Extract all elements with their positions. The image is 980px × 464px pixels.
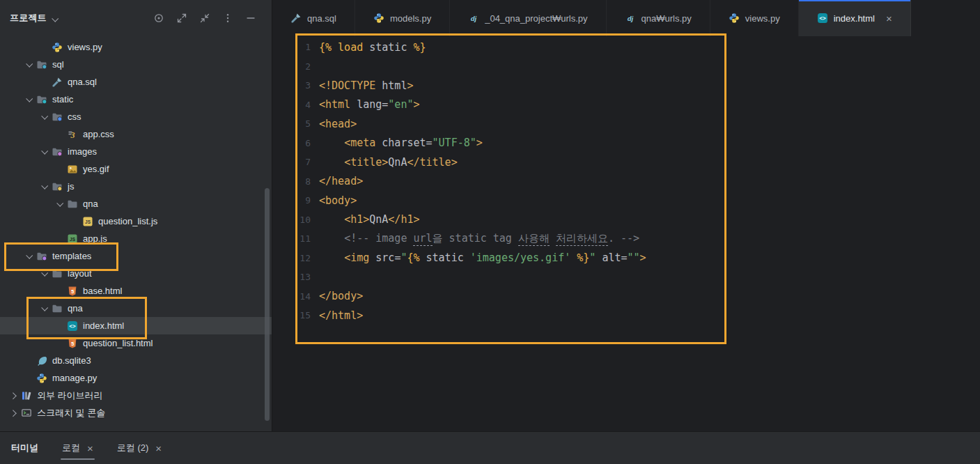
folder-js-icon — [52, 181, 67, 192]
tree-item-label: base.html — [83, 286, 122, 296]
terminal-tab-로컬[interactable]: 로컬× — [62, 432, 93, 464]
tree-item-app.js[interactable]: JSapp.js — [0, 230, 272, 247]
line-number: 14 — [272, 291, 311, 302]
code-line: 15</html> — [272, 306, 980, 325]
line-number: 4 — [272, 100, 311, 110]
js-icon: JS — [82, 216, 98, 227]
editor-tab-_04_qna_project₩urls.py[interactable]: dj_04_qna_project₩urls.py — [450, 0, 606, 36]
tree-item-static[interactable]: static — [0, 91, 272, 108]
chevron-down-icon[interactable] — [21, 62, 36, 67]
tree-item-qna.sql[interactable]: qna.sql — [0, 73, 272, 91]
tab-label: views.py — [745, 13, 780, 24]
tree-item-css[interactable]: css — [0, 108, 272, 125]
expand-all-icon[interactable] — [176, 13, 187, 24]
code-text: <head> — [311, 118, 357, 130]
svg-text:5: 5 — [71, 340, 74, 346]
close-icon[interactable]: × — [155, 443, 162, 454]
hide-panel-icon[interactable] — [245, 13, 256, 24]
editor-tab-qna.sql[interactable]: qna.sql — [272, 0, 355, 36]
folder-icon — [52, 303, 67, 314]
chevron-right-icon[interactable] — [6, 410, 21, 415]
code-text: {% load static %} — [311, 41, 426, 54]
editor-tab-index.html[interactable]: <>index.html× — [799, 0, 911, 36]
line-number: 12 — [272, 253, 311, 263]
chevron-right-icon[interactable] — [6, 393, 21, 398]
tree-item-base.html[interactable]: 5base.html — [0, 282, 272, 300]
tree-item-label: question_list.html — [83, 338, 153, 348]
js-green-icon: JS — [67, 233, 82, 245]
tree-item-qna[interactable]: qna — [0, 300, 272, 317]
svg-text:dj: dj — [471, 15, 477, 22]
tree-item-label: sql — [52, 59, 64, 70]
tree-item-yes.gif[interactable]: yes.gif — [0, 160, 272, 178]
chevron-down-icon[interactable] — [36, 184, 52, 189]
folder-static-icon — [36, 94, 52, 105]
editor-area[interactable]: 1{% load static %}23<!DOCTYPE html>4<htm… — [272, 36, 980, 432]
python-icon — [729, 13, 740, 24]
tree-item-question_list.js[interactable]: JSquestion_list.js — [0, 212, 272, 230]
tree-item-label: css — [68, 111, 81, 122]
tree-item-images[interactable]: images — [0, 143, 272, 160]
code-text: <title>QnA</title> — [311, 156, 458, 169]
svg-text:3: 3 — [70, 130, 75, 139]
tree-item-스크래치 및 콘솔[interactable]: 스크래치 및 콘솔 — [0, 404, 272, 422]
feather-icon — [36, 355, 52, 366]
tree-item-외부 라이브러리[interactable]: 외부 라이브러리 — [0, 387, 272, 404]
chevron-down-icon[interactable] — [36, 149, 52, 154]
tree-item-label: images — [68, 146, 97, 157]
dj-icon: dj — [625, 13, 636, 24]
close-icon[interactable]: × — [87, 443, 93, 454]
tree-item-question_list.html[interactable]: 5question_list.html — [0, 334, 272, 352]
chevron-down-icon[interactable] — [21, 254, 36, 258]
code-text: </head> — [311, 175, 363, 187]
tree-item-qna[interactable]: qna — [0, 195, 272, 212]
tree-item-index.html[interactable]: <>index.html — [0, 317, 272, 334]
tree-item-js[interactable]: js — [0, 178, 272, 195]
tree-item-label: qna — [68, 303, 83, 314]
close-icon[interactable]: × — [886, 13, 892, 24]
terminal-tab-label: 로컬 (2) — [117, 442, 149, 454]
code-line: 6 <meta charset="UTF-8"> — [272, 134, 980, 153]
editor-pane: qna.sqlmodels.pydj_04_qna_project₩urls.p… — [272, 0, 980, 432]
collapse-all-icon[interactable] — [199, 13, 210, 24]
tree-item-sql[interactable]: sql — [0, 56, 272, 73]
tree-item-layout[interactable]: layout — [0, 265, 272, 282]
chevron-down-icon[interactable] — [36, 114, 52, 119]
locate-target-icon[interactable] — [153, 13, 164, 24]
project-tree[interactable]: views.pysqlqna.sqlstaticcss3app.cssimage… — [0, 36, 272, 432]
html-angle-icon: <> — [817, 13, 828, 24]
tree-item-templates[interactable]: templates — [0, 247, 272, 265]
chevron-down-icon[interactable] — [36, 271, 52, 276]
tree-item-label: qna.sql — [68, 77, 97, 87]
tree-item-views.py[interactable]: views.py — [0, 38, 272, 56]
terminal-tab-로컬 (2)[interactable]: 로컬 (2)× — [117, 432, 162, 464]
tree-item-label: question_list.js — [98, 216, 157, 226]
chevron-down-icon[interactable] — [36, 306, 52, 311]
editor-tab-models.py[interactable]: models.py — [355, 0, 450, 36]
tree-item-label: 스크래치 및 콘솔 — [37, 407, 105, 419]
code-line: 13 — [272, 268, 980, 287]
line-number: 10 — [272, 215, 311, 225]
terminal-tool-window-title[interactable]: 터미널 — [11, 442, 38, 454]
more-options-icon[interactable] — [222, 13, 233, 24]
chevron-down-icon[interactable] — [52, 12, 57, 24]
editor-tab-bar: qna.sqlmodels.pydj_04_qna_project₩urls.p… — [272, 0, 980, 36]
html5-icon: 5 — [67, 286, 82, 297]
folder-sql-icon — [36, 59, 52, 70]
line-number: 1 — [272, 42, 311, 52]
folder-icon — [67, 199, 82, 210]
python-icon — [373, 13, 384, 24]
line-number: 13 — [272, 272, 311, 282]
code-line: 10 <h1>QnA</h1> — [272, 210, 980, 230]
editor-tab-qna₩urls.py[interactable]: djqna₩urls.py — [607, 0, 710, 36]
tree-item-manage.py[interactable]: manage.py — [0, 369, 272, 387]
project-panel-title[interactable]: 프로젝트 — [10, 12, 47, 24]
line-number: 9 — [272, 195, 311, 206]
tree-item-db.sqlite3[interactable]: db.sqlite3 — [0, 352, 272, 369]
chevron-down-icon[interactable] — [52, 201, 67, 206]
tree-item-app.css[interactable]: 3app.css — [0, 125, 272, 143]
chevron-down-icon[interactable] — [21, 97, 36, 102]
editor-tab-views.py[interactable]: views.py — [710, 0, 799, 36]
pen-nib-icon — [52, 77, 67, 88]
tree-scrollbar[interactable] — [265, 188, 270, 421]
